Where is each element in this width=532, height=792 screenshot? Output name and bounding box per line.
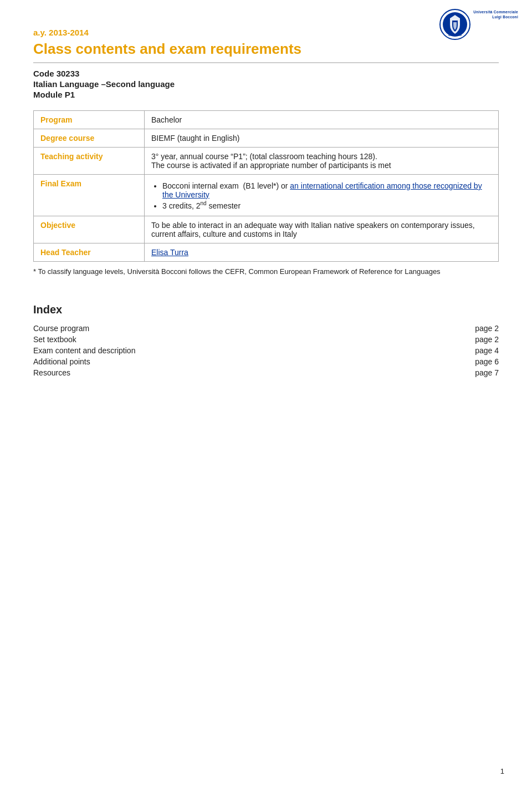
index-item-label: Exam content and description [33,346,135,355]
table-row: Head Teacher Elisa Turra [34,243,499,261]
index-items: Course program page 2 Set textbook page … [33,324,499,377]
index-item-page: page 6 [475,357,499,366]
svg-text:BOCCONI: BOCCONI [449,33,462,37]
head-teacher-value: Elisa Turra [145,243,499,261]
final-exam-label: Final Exam [34,175,145,216]
list-item: Additional points page 6 [33,357,499,366]
document-code: Code 30233 [33,69,499,78]
index-section: Index Course program page 2 Set textbook… [33,303,499,377]
head-teacher-label: Head Teacher [34,243,145,261]
list-item: Exam content and description page 4 [33,346,499,355]
list-item: Set textbook page 2 [33,335,499,344]
university-name: Università CommercialeLuigi Bocconi [473,8,518,19]
index-item-page: page 4 [475,346,499,355]
list-item: Course program page 2 [33,324,499,333]
document-subtitle: Italian Language –Second language [33,79,499,89]
table-row: Objective To be able to interact in an a… [34,216,499,243]
objective-value: To be able to interact in an adequate wa… [145,216,499,243]
head-teacher-link[interactable]: Elisa Turra [151,248,188,257]
index-item-label: Course program [33,324,89,333]
teaching-activity-value: 3° year, annual course “P1”; (total clas… [145,148,499,175]
index-item-page: page 2 [475,335,499,344]
index-item-page: page 7 [475,368,499,377]
academic-year: a.y. 2013-2014 [33,28,499,37]
document-module: Module P1 [33,90,499,99]
certification-link[interactable]: an international certification among tho… [162,181,482,199]
footnote: * To classify language levels, Universit… [33,267,499,276]
table-row: Program Bachelor [34,111,499,129]
info-table: Program Bachelor Degree course BIEMF (ta… [33,110,499,262]
list-item: Resources page 7 [33,368,499,377]
main-title: Class contents and exam requirements [33,40,499,63]
final-exam-value: Bocconi internal exam (B1 level*) or an … [145,175,499,216]
table-row: Teaching activity 3° year, annual course… [34,148,499,175]
teaching-activity-label: Teaching activity [34,148,145,175]
index-item-label: Additional points [33,357,90,366]
index-item-label: Set textbook [33,335,76,344]
table-row: Final Exam Bocconi internal exam (B1 lev… [34,175,499,216]
program-label: Program [34,111,145,129]
degree-course-label: Degree course [34,129,145,148]
program-value: Bachelor [145,111,499,129]
logo-area: BOCCONI Università CommercialeLuigi Bocc… [439,8,518,40]
university-emblem: BOCCONI [439,8,471,40]
objective-label: Objective [34,216,145,243]
index-title: Index [33,303,499,316]
index-item-page: page 2 [475,324,499,333]
table-row: Degree course BIEMF (taught in English) [34,129,499,148]
index-item-label: Resources [33,368,70,377]
degree-course-value: BIEMF (taught in English) [145,129,499,148]
